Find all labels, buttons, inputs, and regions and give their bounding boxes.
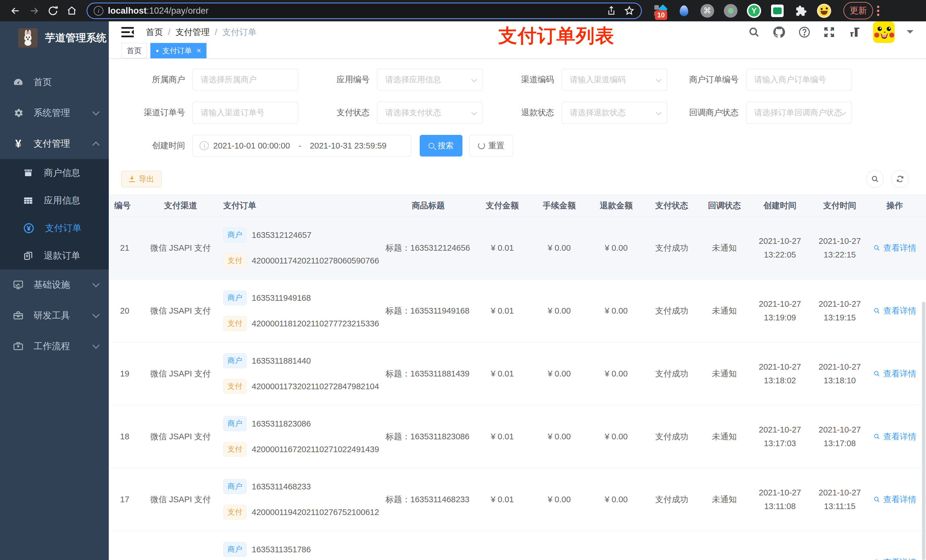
avatar-caret-icon[interactable] — [906, 30, 914, 37]
extension-green-dot-icon[interactable] — [723, 3, 738, 18]
filter-label: 渠道订单号 — [121, 107, 192, 118]
filter-channel-order-no: 渠道订单号 — [121, 102, 306, 124]
col-header-status: 支付状态 — [645, 199, 699, 211]
export-button[interactable]: 导出 — [121, 171, 162, 187]
share-icon[interactable] — [606, 6, 616, 16]
filter-form: 所属商户 应用编号 渠道编码 商户订单编号 渠道订单号 — [109, 59, 926, 168]
merchant-tag: 商户 — [223, 353, 247, 368]
site-info-icon[interactable]: i — [94, 6, 103, 16]
merchant-tag: 商户 — [223, 291, 247, 305]
tag-pay-order[interactable]: ● 支付订单 × — [150, 43, 206, 58]
channel-order-no-input[interactable] — [192, 102, 298, 124]
vertical-scrollbar[interactable] — [922, 302, 925, 560]
reset-button-label: 重置 — [488, 140, 504, 151]
sidebar-item-dev-tools[interactable]: 研发工具 — [0, 300, 109, 331]
tag-label: 首页 — [127, 46, 142, 56]
view-detail-link[interactable]: 查看详情 — [873, 430, 916, 442]
fullscreen-icon[interactable] — [823, 26, 835, 38]
extension-balloon-icon[interactable] — [676, 3, 691, 18]
forward-icon[interactable] — [27, 3, 42, 18]
view-detail-link[interactable]: 查看详情 — [873, 368, 916, 380]
reload-icon[interactable] — [45, 3, 61, 18]
view-detail-link[interactable]: 查看详情 — [873, 556, 916, 560]
extensions-puzzle-icon[interactable] — [793, 3, 808, 18]
cell-title: 标题：1635311881439 — [380, 368, 474, 380]
breadcrumb-payment[interactable]: 支付管理 — [176, 26, 210, 38]
sidebar-item-payment[interactable]: ¥ 支付管理 — [0, 128, 109, 159]
merchant-tag: 商户 — [223, 228, 247, 242]
user-avatar[interactable] — [873, 21, 895, 43]
cell-id: 20 — [109, 305, 141, 317]
breadcrumb-separator: / — [215, 27, 217, 37]
view-detail-label: 查看详情 — [883, 494, 916, 506]
pay-tag: 支付 — [223, 253, 247, 268]
font-size-icon[interactable] — [847, 25, 861, 39]
sidebar-item-refund-order[interactable]: 退款订单 — [0, 242, 109, 269]
toggle-search-button[interactable] — [866, 170, 884, 188]
filter-label: 应用编号 — [306, 74, 377, 85]
sidebar-item-home[interactable]: 首页 — [0, 67, 109, 98]
merchant-order-no-input[interactable] — [746, 69, 852, 91]
extension-command-icon[interactable]: ⌘ — [700, 3, 715, 18]
toolbox-icon — [12, 310, 24, 321]
browser-menu-icon[interactable] — [877, 6, 879, 16]
app-logo-row[interactable]: 芋道管理系统 — [0, 21, 109, 54]
cell-refund: ¥ 0.00 — [588, 305, 645, 317]
view-detail-link[interactable]: 查看详情 — [873, 242, 916, 254]
sidebar-item-pay-order[interactable]: 支付订单 — [0, 214, 109, 242]
cell-id: 18 — [109, 430, 141, 442]
back-icon[interactable] — [8, 3, 23, 18]
merchant-select[interactable] — [192, 69, 298, 91]
briefcase-icon — [12, 341, 24, 352]
close-icon[interactable]: × — [197, 46, 201, 55]
col-header-actions: 操作 — [870, 199, 920, 211]
extension-chat-icon[interactable] — [770, 3, 785, 18]
clock-icon — [200, 141, 209, 150]
url-bar[interactable]: i localhost:1024/pay/order — [86, 3, 642, 19]
export-button-label: 导出 — [139, 174, 154, 184]
bookmark-star-icon[interactable] — [624, 5, 635, 16]
sidebar-item-merchant-info[interactable]: 商户信息 — [0, 159, 109, 187]
view-detail-link[interactable]: 查看详情 — [873, 494, 916, 506]
chevron-down-icon — [92, 311, 99, 318]
merchant-tag: 商户 — [223, 479, 247, 494]
github-icon[interactable] — [772, 25, 786, 39]
sidebar-item-label: 系统管理 — [33, 107, 94, 119]
cell-order: 商户 1635311881440 支付 42000011732021102728… — [220, 353, 380, 394]
extension-blocks-icon[interactable]: 10 — [653, 3, 668, 18]
merchant-order-line: 商户 1635311949168 — [223, 291, 379, 305]
home-icon[interactable] — [64, 3, 79, 18]
pay-order-no: 4200001194202110276752100612 — [252, 506, 379, 518]
extension-y-icon[interactable]: Y — [747, 3, 761, 18]
cell-created: 2021-10-2713:17:03 — [750, 424, 810, 449]
refund-status-select[interactable] — [561, 102, 667, 124]
channel-code-select[interactable] — [561, 69, 667, 91]
date-range-picker[interactable]: 2021-10-01 00:00:00 - 2021-10-31 23:59:5… — [192, 135, 411, 157]
browser-update-button[interactable]: 更新 — [843, 2, 873, 20]
sidebar-item-app-info[interactable]: 应用信息 — [0, 187, 109, 214]
tag-home[interactable]: 首页 — [121, 43, 147, 58]
view-detail-link[interactable]: 查看详情 — [873, 305, 916, 317]
search-icon[interactable] — [748, 26, 760, 38]
extension-emoji-icon[interactable] — [817, 3, 831, 18]
cell-notify: 未通知 — [699, 242, 750, 254]
filter-label: 回调商户状态 — [675, 107, 746, 118]
sidebar-item-infrastructure[interactable]: 基础设施 — [0, 269, 109, 300]
sidebar-item-system[interactable]: 系统管理 — [0, 98, 109, 128]
breadcrumb-home[interactable]: 首页 — [146, 26, 163, 38]
filter-label: 退款状态 — [490, 107, 561, 118]
merchant-order-no: 1635311881440 — [252, 355, 311, 367]
view-detail-label: 查看详情 — [883, 242, 916, 254]
sidebar-item-workflow[interactable]: 工作流程 — [0, 331, 109, 362]
col-header-order: 支付订单 — [220, 199, 380, 211]
refresh-table-button[interactable] — [891, 170, 909, 188]
app-select[interactable] — [377, 69, 483, 91]
notify-status-select[interactable] — [746, 102, 852, 124]
pay-status-select[interactable] — [377, 102, 483, 124]
help-icon[interactable] — [798, 26, 811, 39]
collapse-sidebar-icon[interactable] — [121, 26, 134, 38]
reset-button[interactable]: 重置 — [469, 135, 513, 157]
cell-actions: 查看详情 — [870, 368, 920, 380]
search-button[interactable]: 搜索 — [420, 135, 462, 157]
refresh-icon — [478, 142, 485, 149]
